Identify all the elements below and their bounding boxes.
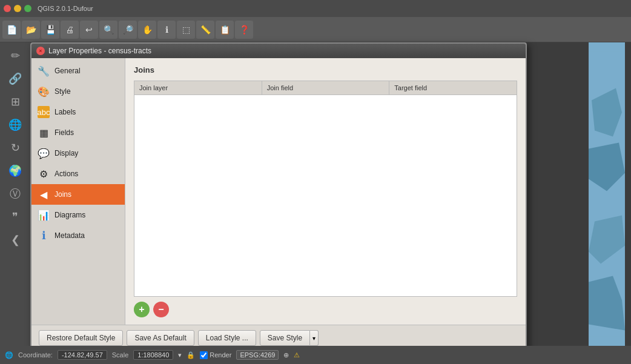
minimize-window-button[interactable] <box>14 5 21 12</box>
close-window-button[interactable] <box>4 5 11 12</box>
actions-icon: ⚙ <box>38 168 50 180</box>
labels-icon: abc <box>38 106 50 118</box>
status-bar: 🌐 Coordinate: -124.82,49.57 Scale 1:1808… <box>0 346 631 364</box>
sidebar-label-general: General <box>55 67 81 75</box>
open-file-icon[interactable]: 📂 <box>22 21 40 39</box>
joins-icon: ◀ <box>38 188 50 200</box>
dialog-title: Layer Properties - census-tracts <box>48 47 151 55</box>
metadata-icon: ℹ <box>38 230 50 242</box>
layer-properties-dialog: × Layer Properties - census-tracts 🔧 Gen… <box>30 42 527 364</box>
left-icon-6[interactable]: 🌍 <box>4 160 26 182</box>
save-style-dropdown-arrow[interactable]: ▾ <box>310 330 319 346</box>
load-style-button[interactable]: Load Style ... <box>198 330 256 346</box>
left-icon-8[interactable]: ❞ <box>4 206 26 228</box>
left-icon-1[interactable]: ✏ <box>4 45 26 67</box>
render-checkbox-group[interactable]: Render <box>200 351 231 359</box>
epsg-badge[interactable]: EPSG:4269 <box>236 350 279 360</box>
dialog-overlay: × Layer Properties - census-tracts 🔧 Gen… <box>30 42 625 346</box>
scale-label: Scale <box>112 351 129 359</box>
sidebar-item-display[interactable]: 💬 Display <box>31 143 125 164</box>
window-controls <box>4 5 31 12</box>
warning-icon: ⚠ <box>294 351 300 359</box>
add-join-button[interactable]: + <box>134 302 150 317</box>
left-icon-7[interactable]: Ⓥ <box>4 183 26 205</box>
print-icon[interactable]: 🖨 <box>61 21 79 39</box>
sidebar-label-metadata: Metadata <box>55 231 85 240</box>
help-toolbar-icon[interactable]: ❓ <box>235 21 253 39</box>
left-icon-3[interactable]: ⊞ <box>4 91 26 113</box>
general-icon: 🔧 <box>38 65 50 77</box>
left-icon-5[interactable]: ↻ <box>4 137 26 159</box>
select-icon[interactable]: ⬚ <box>177 21 195 39</box>
coordinate-label: Coordinate: <box>18 351 53 359</box>
lock-icon: 🔒 <box>187 351 195 359</box>
main-content-area: Joins Join layer Join field Target field… <box>125 58 526 325</box>
sidebar-label-actions: Actions <box>55 170 78 178</box>
table-header: Join layer Join field Target field <box>134 81 517 95</box>
scale-value: 1:1808840 <box>133 350 173 360</box>
sidebar-item-labels[interactable]: abc Labels <box>31 102 125 122</box>
col-join-layer: Join layer <box>134 81 262 94</box>
diagrams-icon: 📊 <box>38 209 50 221</box>
undo-icon[interactable]: ↩ <box>80 21 98 39</box>
section-title: Joins <box>134 65 517 74</box>
sidebar-item-joins[interactable]: ◀ Joins <box>31 184 125 205</box>
left-icon-4[interactable]: 🌐 <box>4 114 26 136</box>
coordinate-value: -124.82,49.57 <box>58 350 107 360</box>
zoom-in-icon[interactable]: 🔍 <box>99 21 117 39</box>
scale-dropdown-arrow[interactable]: ▾ <box>178 351 182 359</box>
restore-default-style-button[interactable]: Restore Default Style <box>39 330 123 346</box>
sidebar-label-display: Display <box>55 149 78 157</box>
sidebar-item-fields[interactable]: ▦ Fields <box>31 122 125 143</box>
identify-icon[interactable]: ℹ <box>157 21 176 39</box>
remove-join-button[interactable]: − <box>153 302 169 317</box>
measure-icon[interactable]: 📏 <box>196 21 214 39</box>
sidebar-label-labels: Labels <box>55 108 76 116</box>
sidebar-label-diagrams: Diagrams <box>55 211 85 219</box>
save-style-group: Save Style ▾ <box>260 330 319 346</box>
left-panel: ✏ 🔗 ⊞ 🌐 ↻ 🌍 Ⓥ ❞ ❮ <box>0 42 30 346</box>
left-icon-expand[interactable]: ❮ <box>4 229 26 251</box>
sidebar-item-actions[interactable]: ⚙ Actions <box>31 164 125 184</box>
dialog-body: 🔧 General 🎨 Style abc Labels ▦ Fields <box>31 58 526 325</box>
fields-icon: ▦ <box>38 127 50 139</box>
style-icon: 🎨 <box>38 85 50 98</box>
render-label: Render <box>210 351 231 359</box>
dialog-close-button[interactable]: × <box>36 47 45 55</box>
sidebar-item-style[interactable]: 🎨 Style <box>31 81 125 102</box>
save-as-default-button[interactable]: Save As Default <box>127 330 194 346</box>
col-join-field: Join field <box>262 81 390 94</box>
sidebar-label-style: Style <box>55 87 71 96</box>
display-icon: 💬 <box>38 147 50 159</box>
globe-status-icon: 🌐 <box>5 351 13 359</box>
sidebar-label-joins: Joins <box>55 190 71 199</box>
titlebar: QGIS 2.0.1-Dufour <box>0 0 631 17</box>
app-background: QGIS 2.0.1-Dufour 📄 📂 💾 🖨 ↩ 🔍 🔎 ✋ ℹ ⬚ 📏 … <box>0 0 631 364</box>
col-target-field: Target field <box>389 81 517 94</box>
maximize-window-button[interactable] <box>24 5 31 12</box>
zoom-out-icon[interactable]: 🔎 <box>119 21 137 39</box>
sidebar-item-diagrams[interactable]: 📊 Diagrams <box>31 205 125 225</box>
save-icon[interactable]: 💾 <box>41 21 59 39</box>
add-crs-icon[interactable]: ⊕ <box>283 351 289 359</box>
render-checkbox[interactable] <box>200 351 208 359</box>
layer-icon[interactable]: 📋 <box>216 21 234 39</box>
dialog-titlebar: × Layer Properties - census-tracts <box>31 44 526 58</box>
main-toolbar: 📄 📂 💾 🖨 ↩ 🔍 🔎 ✋ ℹ ⬚ 📏 📋 ❓ <box>0 17 631 42</box>
table-body <box>134 95 517 216</box>
sidebar-item-general[interactable]: 🔧 General <box>31 61 125 81</box>
joins-table[interactable]: Join layer Join field Target field <box>134 81 517 297</box>
style-buttons-row: Restore Default Style Save As Default Lo… <box>39 330 518 346</box>
joins-action-buttons: + − <box>134 302 517 317</box>
left-icon-2[interactable]: 🔗 <box>4 68 26 90</box>
sidebar-item-metadata[interactable]: ℹ Metadata <box>31 225 125 246</box>
properties-sidebar: 🔧 General 🎨 Style abc Labels ▦ Fields <box>31 58 125 325</box>
app-title: QGIS 2.0.1-Dufour <box>38 5 93 12</box>
save-style-button[interactable]: Save Style <box>260 330 310 346</box>
pan-icon[interactable]: ✋ <box>138 21 156 39</box>
sidebar-label-fields: Fields <box>55 128 74 137</box>
new-file-icon[interactable]: 📄 <box>2 21 21 39</box>
